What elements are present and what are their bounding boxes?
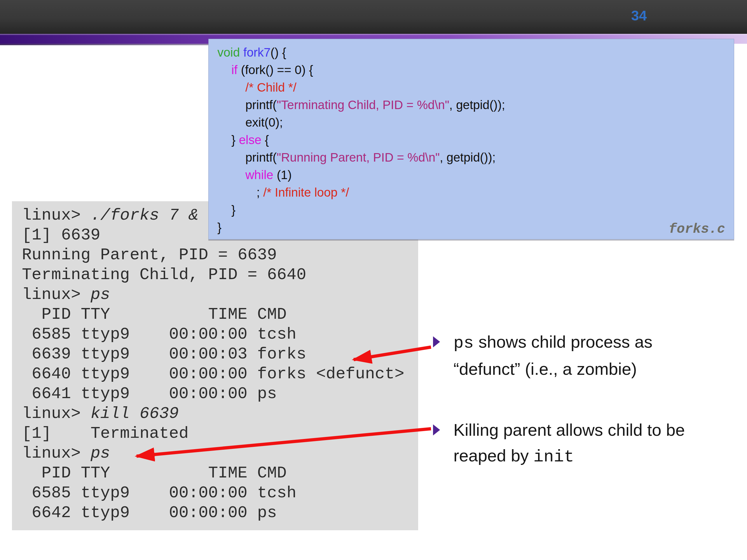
- code-token: else: [239, 133, 261, 147]
- terminal-line: PID TTY TIME CMD: [22, 463, 418, 483]
- code-line: exit(0);: [217, 114, 734, 131]
- code-line: printf("Running Parent, PID = %d\n", get…: [217, 149, 734, 166]
- terminal-line: 6639 ttyp9 00:00:03 forks: [22, 344, 418, 364]
- terminal-prompt: linux>: [22, 404, 91, 423]
- code-token: , getpid());: [440, 151, 495, 164]
- code-token: "Running Parent, PID = %d\n": [277, 151, 440, 164]
- code-token: [240, 46, 243, 59]
- page-number: 34: [621, 7, 656, 24]
- code-line: }: [217, 201, 734, 219]
- terminal-output-panel: linux> ./forks 7 &[1] 6639Running Parent…: [12, 201, 418, 530]
- code-token: if: [231, 63, 237, 77]
- code-token: "Terminating Child, PID = %d\n": [277, 98, 449, 112]
- terminal-command: ps: [91, 285, 110, 304]
- terminal-prompt: linux>: [22, 206, 91, 224]
- code-line: }: [217, 219, 734, 236]
- code-lines: void fork7() {if (fork() == 0) {/* Child…: [209, 39, 734, 236]
- code-line: /* Child */: [217, 79, 734, 96]
- terminal-line: [1] Terminated: [22, 424, 418, 443]
- code-token: exit(0);: [246, 115, 283, 129]
- code-token: /* Infinite loop */: [263, 186, 349, 199]
- code-token: printf(: [246, 98, 277, 112]
- terminal-line: 6642 ttyp9 00:00:00 ps: [22, 503, 418, 523]
- code-line: while (1): [217, 166, 734, 184]
- code-line: if (fork() == 0) {: [217, 61, 734, 79]
- code-token: }: [231, 203, 235, 217]
- terminal-line: 6640 ttyp9 00:00:00 forks <defunct>: [22, 364, 418, 384]
- terminal-command: ./forks 7 &: [91, 206, 199, 224]
- code-token: () {: [271, 46, 286, 59]
- terminal-line: linux> ps: [22, 443, 418, 463]
- bullet-triangle-icon: [433, 424, 440, 435]
- code-token: void: [217, 46, 240, 59]
- code-panel: void fork7() {if (fork() == 0) {/* Child…: [208, 39, 734, 239]
- terminal-line: 6585 ttyp9 00:00:00 tcsh: [22, 324, 418, 344]
- code-token: (1): [274, 168, 292, 182]
- code-token: (fork() == 0) {: [237, 63, 313, 77]
- code-token: printf(: [246, 151, 277, 164]
- terminal-line: Terminating Child, PID = 6640: [22, 265, 418, 285]
- terminal-line: linux> ps: [22, 285, 418, 304]
- code-line: } else {: [217, 131, 734, 149]
- code-filename: forks.c: [669, 222, 725, 237]
- bullet-zombie-text: ps shows child process as “defunct” (i.e…: [454, 329, 716, 382]
- terminal-prompt: linux>: [22, 444, 91, 462]
- terminal-line: Running Parent, PID = 6639: [22, 245, 418, 265]
- terminal-line: PID TTY TIME CMD: [22, 304, 418, 324]
- code-token: }: [231, 133, 239, 147]
- code-line: ; /* Infinite loop */: [217, 184, 734, 201]
- code-line: void fork7() {: [217, 44, 734, 61]
- bullet-mono-term: ps: [454, 334, 474, 353]
- terminal-line: linux> kill 6639: [22, 404, 418, 424]
- code-token: /* Child */: [246, 80, 297, 94]
- code-token: {: [261, 133, 269, 147]
- bullet-triangle-icon: [433, 336, 440, 347]
- terminal-prompt: linux>: [22, 285, 91, 304]
- slide-header-bar: 34: [0, 0, 747, 34]
- bullet-zombie: ps shows child process as “defunct” (i.e…: [433, 329, 716, 382]
- terminal-line: 6585 ttyp9 00:00:00 tcsh: [22, 483, 418, 503]
- bullet-reaped-text: Killing parent allows child to be reaped…: [454, 417, 716, 470]
- code-token: ;: [257, 186, 263, 199]
- code-token: fork7: [243, 46, 271, 59]
- terminal-command: ps: [91, 444, 110, 462]
- terminal-command: kill 6639: [91, 404, 179, 423]
- slide: { "page_number": "34", "colors": { "page…: [0, 0, 747, 560]
- bullet-mono-term: init: [534, 447, 574, 466]
- code-token: }: [217, 220, 222, 234]
- code-line: printf("Terminating Child, PID = %d\n", …: [217, 96, 734, 114]
- bullet-reaped: Killing parent allows child to be reaped…: [433, 417, 716, 470]
- code-token: , getpid());: [449, 98, 505, 112]
- code-token: while: [246, 168, 274, 182]
- terminal-line: 6641 ttyp9 00:00:00 ps: [22, 384, 418, 404]
- bullet-text-segment: shows child process as “defunct” (i.e., …: [454, 332, 652, 378]
